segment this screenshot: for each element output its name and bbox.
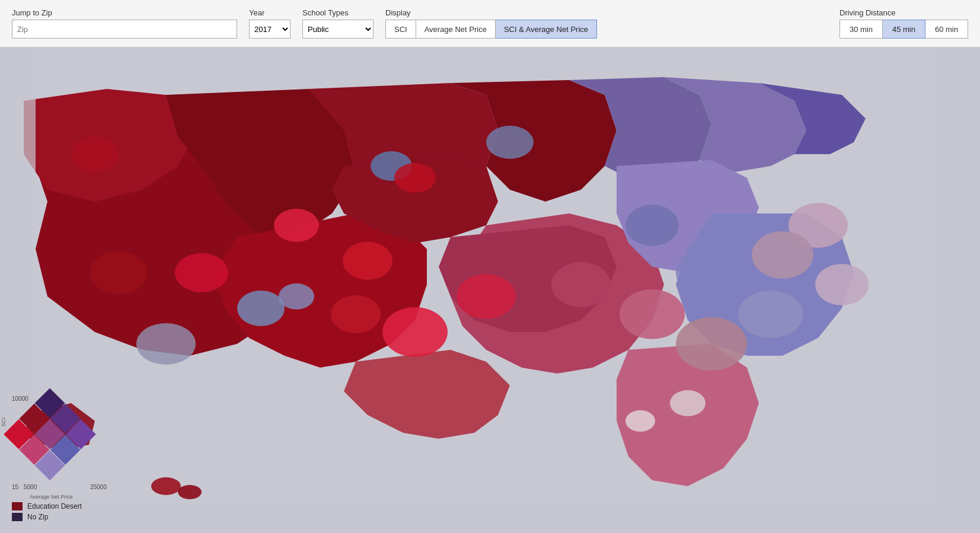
legend-anp-high-label: 25000 [90,484,107,490]
display-btn-0[interactable]: SCI [385,20,416,39]
svg-point-28 [676,317,747,371]
driving-distance-label: Driving Distance [839,8,968,17]
svg-point-40 [752,231,813,279]
jump-to-zip-group: Jump to Zip [12,8,237,39]
education-desert-label: Education Desert [27,502,82,510]
no-zip-legend-item: No Zip [12,513,107,521]
school-types-label: School Types [302,8,374,17]
jump-to-zip-label: Jump to Zip [12,8,237,17]
svg-point-24 [676,246,747,299]
svg-point-49 [151,477,181,495]
svg-point-50 [178,485,202,499]
svg-point-18 [237,291,285,326]
year-group: Year 201320142015201620172018 [249,8,291,39]
driving-buttons: 30 min45 min60 min [839,20,968,39]
svg-point-32 [394,163,436,193]
map-svg [0,47,980,533]
svg-point-33 [71,136,119,172]
year-label: Year [249,8,291,17]
svg-point-21 [486,126,534,159]
no-zip-label: No Zip [27,513,48,521]
svg-point-35 [457,274,516,319]
svg-point-41 [670,390,706,416]
display-label: Display [385,8,597,17]
display-btn-2[interactable]: SCI & Average Net Price [496,20,597,39]
legend-sci-low-label: 15 [12,484,18,490]
svg-point-39 [815,264,869,305]
education-desert-color [12,502,23,510]
svg-point-30 [274,209,319,242]
display-btn-1[interactable]: Average Net Price [416,20,496,39]
svg-point-42 [625,410,655,432]
svg-point-29 [175,253,228,292]
toolbar: Jump to Zip Year 20132014201520162017201… [0,0,980,47]
svg-point-22 [279,283,314,309]
svg-point-19 [136,323,196,365]
driving-distance-group: Driving Distance 30 min45 min60 min [839,8,968,39]
legend-sci-high-label: 10000 [12,395,28,402]
svg-point-25 [738,291,803,338]
svg-point-26 [551,262,611,307]
svg-point-23 [625,205,679,246]
map-container: 15 10000 5000 25000 Average Net Price SC… [0,47,980,533]
legend: 15 10000 5000 25000 Average Net Price SC… [12,395,107,521]
legend-items: Education Desert No Zip [12,502,107,521]
svg-point-37 [331,295,381,333]
svg-rect-47 [0,498,980,533]
legend-sci-axis: SCI [1,417,7,426]
display-group: Display SCIAverage Net PriceSCI & Averag… [385,8,597,39]
school-types-group: School Types PublicPrivateAll [302,8,374,39]
driving-btn-2[interactable]: 60 min [925,20,968,39]
school-types-select[interactable]: PublicPrivateAll [302,20,374,39]
driving-btn-0[interactable]: 30 min [839,20,883,39]
svg-point-34 [90,251,147,294]
education-desert-legend-item: Education Desert [12,502,107,510]
svg-point-31 [343,242,392,280]
svg-point-36 [382,307,448,357]
driving-btn-1[interactable]: 45 min [883,20,925,39]
year-select[interactable]: 201320142015201620172018 [249,20,291,39]
legend-anp-low-label: 5000 [24,484,37,490]
svg-point-27 [620,289,685,339]
display-buttons: SCIAverage Net PriceSCI & Average Net Pr… [385,20,597,39]
svg-rect-46 [937,47,980,533]
legend-anp-axis: Average Net Price [30,494,73,500]
no-zip-color [12,513,23,521]
zip-input[interactable] [12,20,237,39]
